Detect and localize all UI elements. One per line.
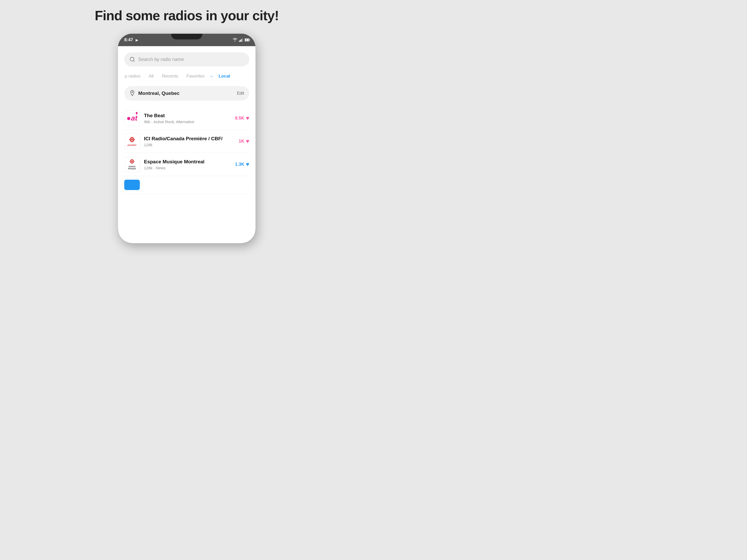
phone-screen: Search by radio name p radios All Recent… [118,46,256,243]
radio-name-espace: Espace Musique Montreal [144,159,231,165]
tab-all[interactable]: All [145,72,158,81]
svg-point-20 [131,159,132,160]
radio-favorites-ici: 1K ♥ [239,138,249,145]
svg-point-9 [132,91,133,93]
heart-icon-beat[interactable]: ♥ [246,115,249,122]
radio-name-ici: ICI Radio/Canada Première / CBF/ [144,136,234,141]
fav-count-beat: 8.5K [235,116,244,121]
tab-arrow-icon: → [209,74,213,79]
svg-point-23 [133,161,134,162]
svg-point-24 [130,160,131,161]
radio-item-partial [122,176,251,194]
radio-list: ●at The Beat 96k - Active Rock, Alternat… [118,107,256,194]
location-bar: Montreal, Quebec Edit [124,86,249,101]
radio-logo-ici: première [124,134,140,149]
tab-recents[interactable]: Recents [158,72,182,81]
radio-meta-beat: 96k - Active Rock, Alternative [144,119,231,124]
phone-frame: 8:47 ▶ [118,34,256,243]
beat-location-icon [135,112,138,115]
svg-rect-2 [241,39,242,42]
svg-point-16 [133,137,134,139]
svg-point-22 [130,161,131,162]
location-name: Montreal, Quebec [138,90,179,96]
radio-item-the-beat[interactable]: ●at The Beat 96k - Active Rock, Alternat… [122,107,251,130]
radio-logo-espace: ESPACEMUSIQUE [124,157,140,172]
location-edit-button[interactable]: Edit [237,91,244,96]
radio-name-beat: The Beat [144,113,231,118]
radio-item-ici[interactable]: première ICI Radio/Canada Première / CBF… [122,130,251,153]
radio-favorites-espace: 1.3K ♥ [235,161,249,168]
tabs-row: p radios All Recents Favorites → Local [118,72,256,81]
search-container: Search by radio name [118,52,256,66]
tab-local[interactable]: Local [214,72,234,81]
page-headline: Find some radios in your city! [95,8,279,23]
svg-point-15 [130,137,131,139]
espace-gem-icon [127,159,137,166]
heart-icon-espace[interactable]: ♥ [246,161,249,168]
svg-point-21 [131,163,132,164]
phone-notch [171,34,202,39]
play-icon: ▶ [136,38,138,42]
svg-rect-5 [250,39,250,41]
svg-point-13 [129,139,131,140]
radio-logo-partial [124,180,140,190]
svg-point-14 [133,139,135,140]
status-bar-left: 8:47 ▶ [124,37,138,43]
signal-icon [239,38,243,42]
search-bar[interactable]: Search by radio name [124,52,249,66]
radio-info-ici: ICI Radio/Canada Première / CBF/ 128k [144,136,234,147]
wifi-icon [233,38,237,42]
fav-count-ici: 1K [239,139,244,144]
search-icon [129,56,135,62]
svg-point-26 [130,162,131,163]
svg-rect-1 [240,40,241,42]
svg-point-11 [131,137,132,138]
radio-logo-beat: ●at [124,110,140,126]
radio-favorites-beat: 8.5K ♥ [235,115,249,122]
status-bar-right [233,38,250,42]
radio-info-espace: Espace Musique Montreal 128k - News [144,159,231,170]
radio-item-espace[interactable]: ESPACEMUSIQUE Espace Musique Montreal 12… [122,153,251,176]
svg-point-17 [130,140,131,141]
svg-point-25 [133,160,134,161]
svg-point-19 [131,161,132,162]
location-pin-icon [129,90,135,97]
search-placeholder: Search by radio name [138,57,184,62]
battery-icon [244,38,250,42]
location-left: Montreal, Quebec [129,90,179,97]
svg-point-12 [131,141,132,142]
radio-info-beat: The Beat 96k - Active Rock, Alternative [144,113,231,124]
svg-point-27 [133,162,134,163]
svg-rect-0 [239,41,240,42]
status-bar: 8:47 ▶ [118,34,256,46]
svg-line-8 [133,60,134,61]
fav-count-espace: 1.3K [235,162,244,167]
radio-meta-espace: 128k - News [144,166,231,170]
tab-top-radios[interactable]: p radios [121,72,145,81]
status-time: 8:47 [124,37,133,43]
svg-point-10 [131,139,133,140]
svg-rect-3 [242,38,243,42]
heart-icon-ici[interactable]: ♥ [246,138,249,145]
tab-favorites[interactable]: Favorites [182,72,209,81]
radio-meta-ici: 128k [144,142,234,147]
cbc-gem-icon [127,137,137,144]
svg-point-18 [133,140,134,141]
